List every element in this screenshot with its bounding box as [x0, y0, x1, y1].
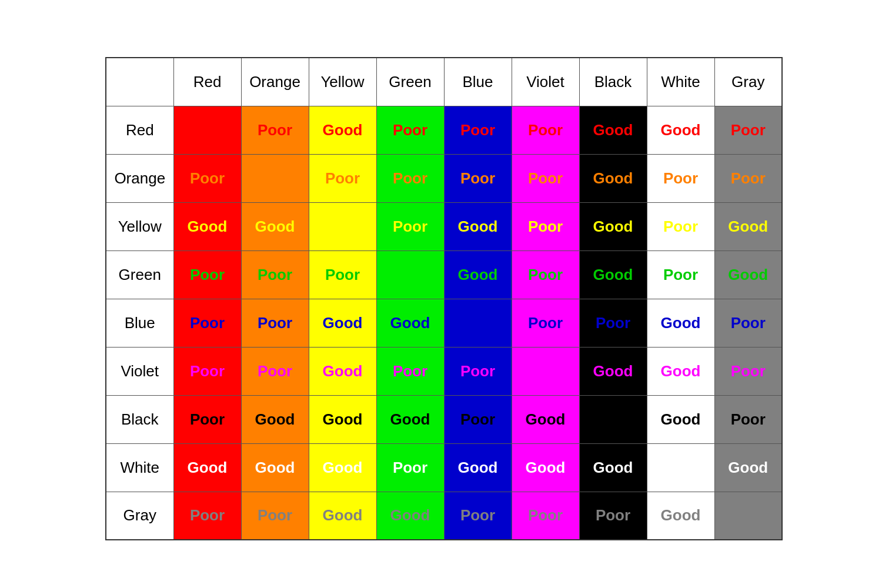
- contrast-cell: Poor: [376, 106, 444, 154]
- table-row: YellowGoodGoodPoorGoodPoorGoodPoorGood: [106, 202, 782, 250]
- contrast-cell: Poor: [173, 250, 241, 299]
- contrast-cell: Poor: [579, 492, 647, 540]
- contrast-cell: Good: [512, 443, 579, 492]
- row-label-red: Red: [106, 106, 173, 154]
- contrast-cell: Good: [714, 202, 782, 250]
- col-header-red: Red: [173, 58, 241, 106]
- contrast-cell: Good: [241, 202, 309, 250]
- contrast-cell: Poor: [444, 106, 512, 154]
- contrast-cell: [173, 106, 241, 154]
- row-label-orange: Orange: [106, 154, 173, 202]
- table-row: RedPoorGoodPoorPoorPoorGoodGoodPoor: [106, 106, 782, 154]
- contrast-cell: Good: [714, 443, 782, 492]
- col-header-yellow: Yellow: [309, 58, 376, 106]
- contrast-cell: Poor: [512, 202, 579, 250]
- contrast-cell: Poor: [241, 347, 309, 395]
- table-row: BlackPoorGoodGoodGoodPoorGoodGoodPoor: [106, 395, 782, 443]
- contrast-cell: Good: [647, 106, 714, 154]
- contrast-cell: Good: [579, 250, 647, 299]
- contrast-cell: Poor: [173, 395, 241, 443]
- contrast-cell: Poor: [714, 106, 782, 154]
- contrast-cell: Good: [647, 347, 714, 395]
- row-label-green: Green: [106, 250, 173, 299]
- contrast-cell: Poor: [647, 202, 714, 250]
- contrast-cell: Poor: [376, 347, 444, 395]
- col-header-white: White: [647, 58, 714, 106]
- table-row: VioletPoorPoorGoodPoorPoorGoodGoodPoor: [106, 347, 782, 395]
- row-label-black: Black: [106, 395, 173, 443]
- contrast-cell: Good: [241, 395, 309, 443]
- contrast-cell: Good: [512, 395, 579, 443]
- contrast-cell: Poor: [241, 299, 309, 347]
- contrast-cell: Good: [309, 299, 376, 347]
- table-container: RedOrangeYellowGreenBlueVioletBlackWhite…: [99, 57, 783, 540]
- col-header-violet: Violet: [512, 58, 579, 106]
- contrast-cell: Good: [647, 299, 714, 347]
- row-label-violet: Violet: [106, 347, 173, 395]
- contrast-cell: Good: [241, 443, 309, 492]
- contrast-cell: Poor: [579, 299, 647, 347]
- contrast-cell: Good: [579, 443, 647, 492]
- contrast-cell: [309, 202, 376, 250]
- contrast-cell: Good: [309, 492, 376, 540]
- contrast-cell: Poor: [241, 492, 309, 540]
- contrast-cell: Poor: [173, 299, 241, 347]
- contrast-cell: Good: [444, 202, 512, 250]
- row-label-white: White: [106, 443, 173, 492]
- contrast-cell: Poor: [309, 250, 376, 299]
- contrast-cell: Poor: [512, 299, 579, 347]
- contrast-cell: Poor: [444, 395, 512, 443]
- table-row: GrayPoorPoorGoodGoodPoorPoorPoorGood: [106, 492, 782, 540]
- contrast-cell: Good: [647, 492, 714, 540]
- contrast-cell: [241, 154, 309, 202]
- contrast-cell: Poor: [444, 154, 512, 202]
- table-row: BluePoorPoorGoodGoodPoorPoorGoodPoor: [106, 299, 782, 347]
- contrast-cell: Poor: [512, 250, 579, 299]
- table-row: WhiteGoodGoodGoodPoorGoodGoodGoodGood: [106, 443, 782, 492]
- contrast-cell: Poor: [714, 395, 782, 443]
- contrast-table: RedOrangeYellowGreenBlueVioletBlackWhite…: [105, 57, 783, 540]
- contrast-cell: [512, 347, 579, 395]
- contrast-cell: Good: [376, 395, 444, 443]
- col-header-blue: Blue: [444, 58, 512, 106]
- row-label-yellow: Yellow: [106, 202, 173, 250]
- contrast-cell: Poor: [714, 154, 782, 202]
- contrast-cell: Good: [444, 250, 512, 299]
- col-header-green: Green: [376, 58, 444, 106]
- contrast-cell: Poor: [241, 250, 309, 299]
- contrast-cell: Good: [376, 299, 444, 347]
- contrast-cell: Good: [714, 250, 782, 299]
- page-wrapper: RedOrangeYellowGreenBlueVioletBlackWhite…: [0, 36, 882, 552]
- contrast-cell: Poor: [647, 250, 714, 299]
- contrast-cell: Poor: [173, 347, 241, 395]
- contrast-cell: Good: [173, 202, 241, 250]
- contrast-cell: Good: [579, 202, 647, 250]
- contrast-cell: Poor: [714, 347, 782, 395]
- contrast-cell: Good: [579, 106, 647, 154]
- contrast-cell: Good: [376, 492, 444, 540]
- contrast-cell: [714, 492, 782, 540]
- contrast-cell: Poor: [512, 492, 579, 540]
- contrast-cell: [444, 299, 512, 347]
- contrast-cell: Poor: [376, 154, 444, 202]
- contrast-cell: Poor: [173, 492, 241, 540]
- contrast-cell: Good: [309, 395, 376, 443]
- contrast-cell: Poor: [309, 154, 376, 202]
- contrast-cell: Poor: [376, 202, 444, 250]
- contrast-cell: Good: [444, 443, 512, 492]
- contrast-cell: Poor: [444, 347, 512, 395]
- contrast-cell: Good: [647, 395, 714, 443]
- contrast-cell: Poor: [647, 154, 714, 202]
- contrast-cell: Poor: [376, 443, 444, 492]
- contrast-cell: Poor: [714, 299, 782, 347]
- contrast-cell: Good: [309, 106, 376, 154]
- col-header-orange: Orange: [241, 58, 309, 106]
- contrast-cell: Poor: [512, 106, 579, 154]
- contrast-cell: Good: [579, 347, 647, 395]
- contrast-cell: [579, 395, 647, 443]
- table-row: OrangePoorPoorPoorPoorPoorGoodPoorPoor: [106, 154, 782, 202]
- contrast-cell: Poor: [241, 106, 309, 154]
- contrast-cell: Good: [309, 443, 376, 492]
- contrast-cell: Poor: [512, 154, 579, 202]
- contrast-cell: [376, 250, 444, 299]
